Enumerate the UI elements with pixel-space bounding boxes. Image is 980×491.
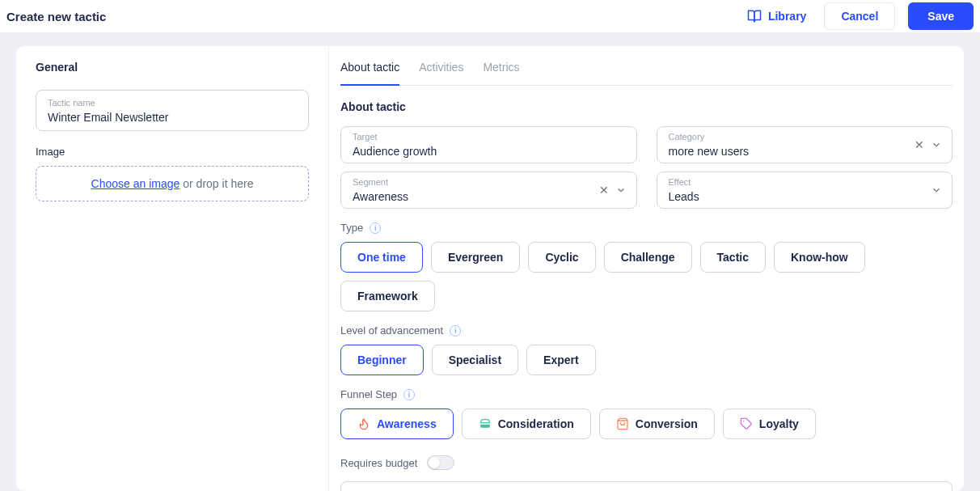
funnel-option-loyalty[interactable]: Loyalty — [723, 408, 816, 439]
funnel-option-label: Awareness — [377, 417, 437, 430]
clear-icon[interactable]: ✕ — [915, 138, 924, 151]
flame-icon — [357, 417, 370, 430]
info-icon[interactable]: i — [370, 222, 381, 234]
library-label: Library — [768, 10, 806, 23]
about-heading: About tactic — [340, 100, 953, 113]
tactic-name-input[interactable] — [48, 111, 297, 124]
clear-icon[interactable]: ✕ — [599, 184, 609, 197]
info-icon[interactable]: i — [403, 389, 415, 400]
type-option-one-time[interactable]: One time — [340, 242, 423, 273]
underline-button[interactable]: U — [395, 487, 414, 491]
target-label: Target — [353, 133, 606, 142]
save-button[interactable]: Save — [908, 2, 974, 30]
level-option-specialist[interactable]: Specialist — [432, 345, 518, 375]
dropzone-text: or drop it here — [183, 177, 253, 190]
library-button[interactable]: Library — [742, 8, 811, 24]
level-option-beginner[interactable]: Beginner — [340, 345, 424, 375]
effect-label: Effect — [669, 178, 922, 187]
category-value: more new users — [669, 145, 922, 158]
burger-icon — [479, 417, 492, 430]
ordered-list-button[interactable] — [454, 487, 474, 491]
tab-metrics[interactable]: Metrics — [483, 61, 519, 85]
type-option-know-how[interactable]: Know-how — [774, 242, 865, 273]
funnel-label: Funnel Step — [340, 388, 397, 400]
type-option-challenge[interactable]: Challenge — [604, 242, 692, 273]
strike-button[interactable]: S — [417, 487, 437, 491]
type-option-cyclic[interactable]: Cyclic — [528, 242, 595, 273]
detail-panel: About tactic Activities Metrics About ta… — [328, 46, 964, 491]
funnel-option-consideration[interactable]: Consideration — [462, 408, 591, 439]
segment-select[interactable]: Segment Awareness ✕ — [340, 171, 637, 209]
chevron-down-icon — [931, 184, 942, 196]
shopping-bag-icon — [616, 417, 629, 430]
type-option-evergreen[interactable]: Evergreen — [431, 242, 520, 273]
funnel-option-label: Loyalty — [759, 417, 799, 430]
choose-image-link[interactable]: Choose an image — [91, 177, 180, 190]
type-option-framework[interactable]: Framework — [340, 281, 435, 311]
info-icon[interactable]: i — [450, 325, 461, 337]
image-button[interactable] — [625, 487, 644, 491]
type-label: Type — [340, 222, 363, 234]
book-icon — [747, 9, 762, 23]
align-button[interactable] — [588, 487, 607, 491]
tag-icon — [740, 417, 753, 430]
funnel-option-conversion[interactable]: Conversion — [599, 408, 715, 439]
page-title: Create new tactic — [6, 10, 106, 23]
tab-about-tactic[interactable]: About tactic — [340, 61, 399, 85]
level-option-expert[interactable]: Expert — [526, 345, 596, 375]
target-value: Audience growth — [353, 145, 606, 158]
chevron-down-icon — [931, 139, 942, 150]
type-option-tactic[interactable]: Tactic — [700, 242, 766, 273]
segment-value: Awareness — [353, 190, 606, 203]
bold-button[interactable]: B — [349, 487, 369, 491]
bullet-list-button[interactable] — [477, 487, 496, 491]
effect-select[interactable]: Effect Leads — [657, 171, 953, 209]
category-label: Category — [669, 133, 922, 142]
category-select[interactable]: Category more new users ✕ — [657, 126, 953, 163]
budget-toggle[interactable] — [427, 455, 454, 470]
effect-value: Leads — [669, 190, 922, 203]
budget-label: Requires budget — [340, 457, 417, 469]
level-label: Level of advancement — [340, 324, 443, 337]
general-heading: General — [36, 61, 309, 74]
chevron-down-icon — [615, 184, 627, 196]
italic-button[interactable]: I — [372, 487, 391, 491]
segment-label: Segment — [353, 178, 606, 187]
general-panel: General Tactic name Image Choose an imag… — [16, 46, 328, 491]
funnel-option-awareness[interactable]: Awareness — [340, 408, 454, 439]
image-dropzone[interactable]: Choose an image or drop it here — [36, 166, 309, 201]
tab-activities[interactable]: Activities — [419, 61, 463, 85]
target-select[interactable]: Target Audience growth — [340, 126, 637, 163]
tactic-name-label: Tactic name — [48, 99, 297, 108]
funnel-option-label: Conversion — [636, 417, 698, 430]
funnel-option-label: Consideration — [498, 417, 574, 430]
description-editor: B I U S Normal ▴▾ — [340, 481, 953, 491]
image-label: Image — [36, 146, 309, 158]
tactic-name-field[interactable]: Tactic name — [36, 90, 309, 131]
cancel-button[interactable]: Cancel — [824, 2, 895, 30]
